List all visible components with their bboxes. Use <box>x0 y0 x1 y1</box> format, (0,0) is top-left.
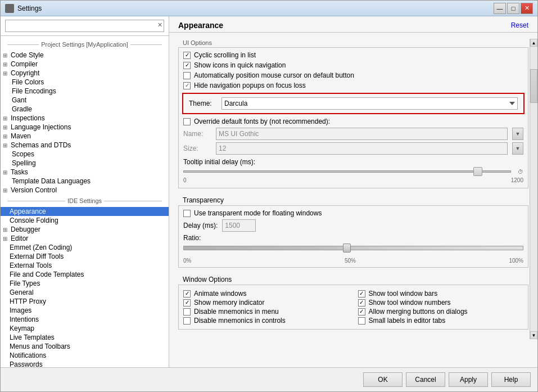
sidebar-item-template-data[interactable]: Template Data Languages <box>1 177 169 186</box>
sidebar-item-console-folding[interactable]: Console Folding <box>1 216 169 225</box>
sidebar-item-label: Template Data Languages <box>12 177 91 185</box>
scroll-up-arrow[interactable]: ▲ <box>530 39 537 47</box>
sidebar-item-live-templates[interactable]: Live Templates <box>1 333 169 342</box>
search-input[interactable] <box>5 20 164 32</box>
help-button[interactable]: Help <box>491 372 531 387</box>
cyclic-scroll-checkbox[interactable] <box>183 52 191 59</box>
ratio-marks: 0% 50% 100% <box>183 258 523 264</box>
sidebar-item-file-types[interactable]: File Types <box>1 279 169 288</box>
sidebar-item-general[interactable]: General <box>1 288 169 297</box>
auto-position-label: Automatically position mouse cursor on d… <box>194 71 354 79</box>
apply-button[interactable]: Apply <box>449 372 488 387</box>
font-size-dropdown-btn[interactable]: ▼ <box>512 142 523 155</box>
sidebar-item-file-encodings[interactable]: File Encodings <box>1 87 169 96</box>
sidebar-item-menus-toolbars[interactable]: Menus and Toolbars <box>1 342 169 351</box>
ratio-label: Ratio: <box>183 234 523 242</box>
sidebar-item-code-style[interactable]: ⊞ Code Style <box>1 51 169 60</box>
minimize-button[interactable]: — <box>494 3 506 14</box>
expand-icon: ⊞ <box>3 70 10 76</box>
sidebar-item-tasks[interactable]: ⊞ Tasks <box>1 168 169 177</box>
sidebar-item-maven[interactable]: ⊞ Maven <box>1 132 169 141</box>
disable-mnemonics-menu-label: Disable mnemonics in menu <box>194 308 279 316</box>
auto-position-checkbox[interactable] <box>183 72 191 79</box>
sidebar-item-images[interactable]: Images <box>1 306 169 315</box>
transparency-label: Transparency <box>178 194 528 205</box>
show-tool-bars-label: Show tool window bars <box>369 290 438 298</box>
sidebar-item-external-tools[interactable]: External Tools <box>1 261 169 270</box>
show-tool-numbers-checkbox[interactable] <box>358 299 365 307</box>
small-labels-checkbox[interactable] <box>358 317 365 325</box>
sidebar-item-emmet[interactable]: Emmet (Zen Coding) <box>1 243 169 252</box>
show-tool-bars-checkbox[interactable] <box>358 290 365 298</box>
sidebar-item-compiler[interactable]: ⊞ Compiler <box>1 60 169 69</box>
font-name-dropdown-btn[interactable]: ▼ <box>512 128 523 140</box>
sidebar-item-notifications[interactable]: Notifications <box>1 351 169 360</box>
disable-mnemonics-menu-checkbox[interactable] <box>183 308 191 316</box>
search-wrapper: ✕ <box>1 16 169 36</box>
cancel-button[interactable]: Cancel <box>406 372 445 387</box>
font-size-input[interactable] <box>216 142 508 155</box>
sidebar-item-gradle[interactable]: Gradle <box>1 105 169 114</box>
sidebar-item-http-proxy[interactable]: HTTP Proxy <box>1 297 169 306</box>
theme-label: Theme: <box>189 100 217 107</box>
sidebar-item-appearance[interactable]: Appearance <box>1 207 169 216</box>
hide-nav-checkbox[interactable] <box>183 82 191 89</box>
override-fonts-checkbox[interactable] <box>183 118 191 125</box>
sidebar-item-version-control[interactable]: ⊞ Version Control <box>1 186 169 195</box>
sidebar-item-label: HTTP Proxy <box>10 298 46 305</box>
sidebar-item-spelling[interactable]: Spelling <box>1 159 169 168</box>
transparency-section: Transparency Use transparent mode for fl… <box>178 194 528 268</box>
bottom-bar: OK Cancel Apply Help <box>1 367 537 391</box>
disable-mnemonics-controls-checkbox[interactable] <box>183 317 191 325</box>
scroll-down-arrow[interactable]: ▼ <box>530 331 537 339</box>
option-override-fonts: Override default fonts by (not recommend… <box>179 116 528 127</box>
search-container: ✕ <box>5 20 164 32</box>
ide-section-header: IDE Settings <box>1 196 169 206</box>
reset-link[interactable]: Reset <box>511 21 528 29</box>
sidebar-item-intentions[interactable]: Intentions <box>1 315 169 324</box>
search-clear-icon[interactable]: ✕ <box>157 21 162 29</box>
theme-select[interactable]: Darcula IntelliJ Windows <box>221 97 518 110</box>
expand-icon: ⊞ <box>3 187 10 193</box>
font-name-input[interactable] <box>216 128 508 140</box>
sidebar-item-schemas-dtds[interactable]: ⊞ Schemas and DTDs <box>1 141 169 150</box>
sidebar-item-label: Spelling <box>12 159 36 167</box>
ok-button[interactable]: OK <box>363 372 403 387</box>
delay-input[interactable] <box>222 219 256 232</box>
show-icons-checkbox[interactable] <box>183 62 191 69</box>
right-content: UI Options Cyclic scrolling in list Show… <box>169 33 537 367</box>
sidebar-item-label: Intentions <box>10 316 39 323</box>
window-opts-grid: Animate windows Show tool window bars Sh… <box>179 287 528 327</box>
sidebar-item-label: Maven <box>11 132 31 140</box>
right-scrollbar[interactable]: ▲ ▼ <box>530 39 537 339</box>
scroll-thumb[interactable] <box>530 69 537 103</box>
maximize-button[interactable]: □ <box>507 3 519 14</box>
sidebar-item-passwords[interactable]: Passwords <box>1 360 169 367</box>
expand-icon: ⊞ <box>3 52 10 58</box>
animate-windows-checkbox[interactable] <box>183 290 191 298</box>
sidebar-item-label: File Colors <box>12 78 44 86</box>
sidebar-item-keymap[interactable]: Keymap <box>1 324 169 333</box>
sidebar-item-copyright[interactable]: ⊞ Copyright <box>1 69 169 78</box>
tooltip-delay-area: Tooltip initial delay (ms): ⏱ <box>179 156 528 186</box>
scroll-track[interactable] <box>530 47 537 331</box>
right-panel: Appearance Reset UI Options Cyclic scrol… <box>169 16 537 367</box>
show-memory-checkbox[interactable] <box>183 299 191 307</box>
sidebar-item-scopes[interactable]: Scopes <box>1 150 169 159</box>
sidebar-item-inspections[interactable]: ⊞ Inspections <box>1 114 169 123</box>
disable-mnemonics-controls-label: Disable mnemonics in controls <box>194 317 286 325</box>
sidebar-item-file-colors[interactable]: File Colors <box>1 78 169 87</box>
sidebar-item-file-code-templates[interactable]: File and Code Templates <box>1 270 169 279</box>
sidebar-item-external-diff[interactable]: External Diff Tools <box>1 252 169 261</box>
tooltip-slider-thumb[interactable] <box>473 167 482 176</box>
sidebar-item-language-injections[interactable]: ⊞ Language Injections <box>1 123 169 132</box>
sidebar-item-label: Emmet (Zen Coding) <box>10 244 72 251</box>
close-button[interactable]: ✕ <box>521 3 533 14</box>
sidebar-item-gant[interactable]: Gant <box>1 96 169 105</box>
use-transparent-checkbox[interactable] <box>183 210 191 217</box>
ratio-slider-thumb[interactable] <box>343 244 351 253</box>
sidebar-item-debugger[interactable]: ⊞ Debugger <box>1 225 169 234</box>
sidebar-item-editor[interactable]: ⊞ Editor <box>1 234 169 243</box>
opt-disable-mnemonics-menu: Disable mnemonics in menu <box>183 308 349 316</box>
allow-merging-checkbox[interactable] <box>358 308 365 316</box>
